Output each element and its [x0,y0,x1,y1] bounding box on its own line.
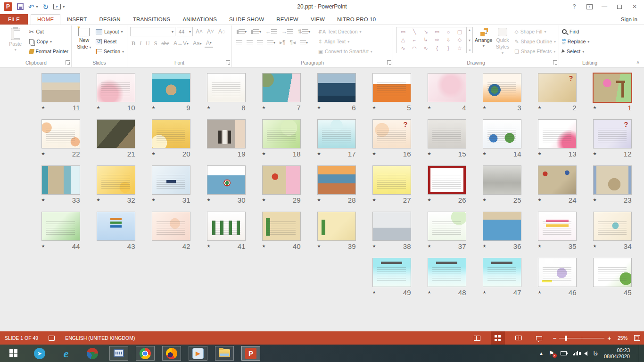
slide-thumbnail-47[interactable] [483,258,521,287]
slide-thumbnail-24[interactable] [538,165,577,195]
zoom-out-icon[interactable]: − [553,335,557,342]
slide-thumbnail-35[interactable] [538,212,577,241]
align-text-button[interactable]: ⇕Align Text▾ [318,37,372,46]
taskbar-download-manager[interactable] [83,346,102,361]
slide-sorter[interactable]: ★11★10★9★8★7★6★5★4★3?★2★1★2221★2019★18★1… [0,67,644,331]
show-desktop-button[interactable] [639,345,641,362]
slide-thumbnail-3[interactable] [483,73,521,102]
text-shadow-icon[interactable]: S [153,39,159,48]
paragraph-dialog-launcher-icon[interactable] [387,60,391,65]
tab-animations[interactable]: ANIMATIONS [176,15,223,25]
numbering-icon[interactable]: ▾ [249,27,263,36]
slide-thumbnail-46[interactable] [538,258,577,287]
tab-nitro-pro-10[interactable]: NITRO PRO 10 [331,15,382,25]
slide-thumbnail-4[interactable] [428,73,466,102]
fit-slide-to-window-icon[interactable] [634,335,640,341]
slide-thumbnail-34[interactable] [593,212,632,241]
help-icon[interactable]: ? [568,2,581,11]
slide-thumbnail-42[interactable] [152,212,190,241]
slide-thumbnail-28[interactable] [317,165,356,195]
format-painter-button[interactable]: Format Painter [29,47,68,56]
normal-view-icon[interactable] [470,331,484,345]
drawing-dialog-launcher-icon[interactable] [553,60,557,65]
slide-thumbnail-43[interactable] [97,212,135,241]
slide-thumbnail-29[interactable] [262,165,301,195]
customize-qat-icon[interactable]: ▾ [63,5,65,9]
slide-thumbnail-45[interactable] [593,258,632,287]
slide-thumbnail-11[interactable] [41,73,80,102]
slide-thumbnail-17[interactable] [317,119,356,148]
font-size-combo[interactable]: 44▾ [177,27,193,36]
tab-review[interactable]: REVIEW [270,15,305,25]
slide-thumbnail-5[interactable] [372,73,411,102]
slide-thumbnail-2[interactable]: ? [538,73,577,102]
slide-thumbnail-36[interactable] [483,212,521,241]
hidden-icons-chevron-icon[interactable]: ▴ [540,350,543,356]
battery-icon[interactable] [561,351,567,355]
shape-fill-button[interactable]: ◇Shape Fill▾ [515,27,556,36]
section-button[interactable]: Section▾ [96,47,124,56]
slide-thumbnail-41[interactable] [207,212,246,241]
zoom-slider-thumb[interactable] [565,336,567,341]
reading-view-icon[interactable] [512,331,526,345]
slide-thumbnail-33[interactable] [41,165,80,195]
clipboard-dialog-launcher-icon[interactable] [66,60,70,65]
zoom-level[interactable]: 25% [618,335,627,341]
shape-gallery[interactable]: ▭╲↘▭○▢ △⌐↳⇨⇩◇ ∿◠∿{}☆ [396,27,467,53]
slide-thumbnail-37[interactable] [428,212,466,241]
cut-button[interactable]: ✂Cut [29,27,68,36]
find-button[interactable]: Find [562,27,618,36]
align-right-icon[interactable] [256,38,264,47]
quick-styles-button[interactable]: Quick Styles ▾ [494,27,511,56]
slide-thumbnail-6[interactable] [317,73,356,102]
slide-thumbnail-12[interactable]: ? [593,119,632,148]
character-spacing-icon[interactable]: A↔V▾ [172,39,190,48]
save-icon[interactable] [17,3,24,10]
scroll-down-icon[interactable]: ▼ [468,39,471,42]
network-signal-icon[interactable] [573,351,578,355]
align-center-icon[interactable] [245,38,254,47]
reset-button[interactable]: ↺Reset [96,37,124,46]
paste-button[interactable]: Paste▾ [4,27,27,56]
tab-transitions[interactable]: TRANSITIONS [127,15,177,25]
slide-thumbnail-19[interactable] [207,119,246,148]
underline-icon[interactable]: U [144,39,151,48]
change-case-icon[interactable]: Aa▾ [191,39,203,48]
justify-icon[interactable]: ▾ [266,38,277,47]
arrange-button[interactable]: Arrange▾ [475,27,492,56]
start-button[interactable] [4,346,23,361]
shape-effects-button[interactable]: ❏Shape Effects▾ [515,47,556,56]
increase-indent-icon[interactable]: → [280,27,295,36]
clock[interactable]: 00:23 08/04/2020 [604,347,630,360]
slide-thumbnail-39[interactable] [317,212,356,241]
volume-icon[interactable] [584,351,587,356]
taskbar-media-player[interactable]: ▶ [189,346,207,361]
taskbar-internet-explorer[interactable]: e [57,346,75,361]
slide-thumbnail-21[interactable] [97,119,135,148]
copy-button[interactable]: Copy▾ [29,37,68,46]
decrease-font-size-icon[interactable]: A˅ [206,27,215,36]
strikethrough-icon[interactable]: abc [160,39,171,48]
language-indicator[interactable]: ENGLISH (UNITED KINGDOM) [65,335,135,341]
gallery-more-icon[interactable]: ≡ [469,49,471,52]
slide-thumbnail-26[interactable] [428,165,466,195]
tab-slide-show[interactable]: SLIDE SHOW [223,15,270,25]
slideshow-view-icon[interactable] [532,331,546,345]
font-color-icon[interactable]: A▾ [205,39,213,48]
taskbar-firefox[interactable] [162,346,181,361]
taskbar-file-explorer[interactable] [215,346,234,361]
convert-smartart-button[interactable]: ▣Convert to SmartArt▾ [318,47,372,56]
slide-thumbnail-40[interactable] [262,212,301,241]
replace-button[interactable]: abacReplace▾ [562,37,618,46]
start-slideshow-icon[interactable]: ▸ [53,4,61,9]
slide-thumbnail-14[interactable] [483,119,521,148]
shape-outline-button[interactable]: ✎Shape Outline▾ [515,37,556,46]
slide-thumbnail-48[interactable] [428,258,466,287]
decrease-indent-icon[interactable]: ← [264,27,279,36]
new-slide-button[interactable]: New Slide ▾ [74,27,94,56]
slide-thumbnail-16[interactable]: ? [372,119,411,148]
columns-icon[interactable]: ▾ [298,38,309,47]
tab-file[interactable]: FILE [0,14,28,25]
restore-icon[interactable] [613,2,626,11]
line-spacing-icon[interactable]: ⇅▾ [296,27,312,36]
